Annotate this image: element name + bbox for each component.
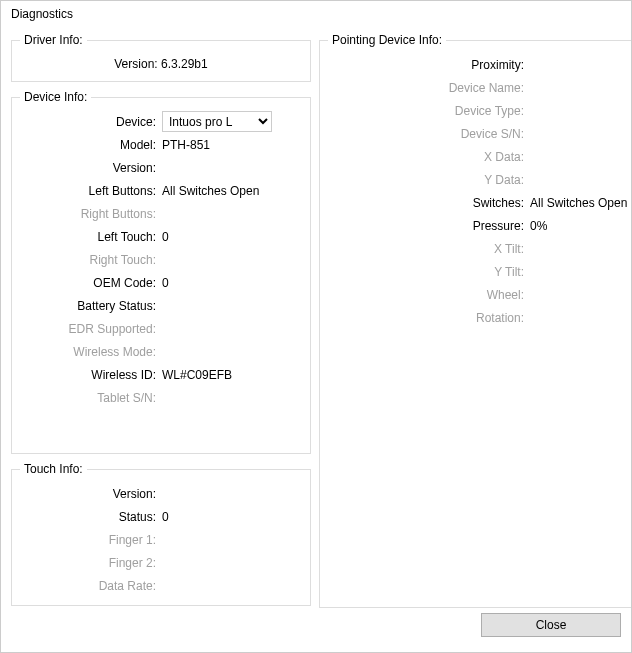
pdevice-name-row: Device Name: [328,76,627,99]
pointing-device-info-group: Pointing Device Info: Proximity: Device … [319,33,631,608]
device-version-row: Version: [20,156,302,179]
data-rate-label: Data Rate: [20,579,160,593]
rotation-row: Rotation: [328,306,627,329]
x-tilt-label: X Tilt: [328,242,528,256]
wireless-mode-row: Wireless Mode: [20,340,302,363]
pressure-row: Pressure: 0% [328,214,627,237]
right-buttons-row: Right Buttons: [20,202,302,225]
window-title: Diagnostics [1,1,631,29]
pressure-label: Pressure: [328,219,528,233]
device-select[interactable]: Intuos pro L [162,111,272,132]
right-column: Pointing Device Info: Proximity: Device … [319,33,631,608]
switches-row: Switches: All Switches Open [328,191,627,214]
wireless-id-value: WL#C09EFB [160,368,302,382]
driver-info-group: Driver Info: Version: 6.3.29b1 [11,33,311,82]
device-info-legend: Device Info: [20,90,91,104]
y-tilt-label: Y Tilt: [328,265,528,279]
driver-version-row: Version: 6.3.29b1 [20,53,302,73]
switches-label: Switches: [328,196,528,210]
left-column: Driver Info: Version: 6.3.29b1 Device In… [11,33,311,608]
oem-code-label: OEM Code: [20,276,160,290]
proximity-row: Proximity: [328,53,627,76]
wheel-row: Wheel: [328,283,627,306]
right-touch-label: Right Touch: [20,253,160,267]
x-tilt-row: X Tilt: [328,237,627,260]
pressure-value: 0% [528,219,627,233]
left-buttons-label: Left Buttons: [20,184,160,198]
oem-code-value: 0 [160,276,302,290]
wireless-mode-label: Wireless Mode: [20,345,160,359]
diagnostics-window: Diagnostics Driver Info: Version: 6.3.29… [0,0,632,653]
pointing-info-legend: Pointing Device Info: [328,33,446,47]
touch-info-group: Touch Info: Version: Status: 0 Finger 1:… [11,462,311,606]
pdevice-name-label: Device Name: [328,81,528,95]
touch-version-label: Version: [20,487,160,501]
right-touch-row: Right Touch: [20,248,302,271]
wireless-id-label: Wireless ID: [20,368,160,382]
left-touch-label: Left Touch: [20,230,160,244]
close-button[interactable]: Close [481,613,621,637]
left-buttons-value: All Switches Open [160,184,302,198]
rotation-label: Rotation: [328,311,528,325]
model-row: Model: PTH-851 [20,133,302,156]
touch-status-value: 0 [160,510,302,524]
switches-value: All Switches Open [528,196,627,210]
touch-status-label: Status: [20,510,160,524]
pdevice-sn-label: Device S/N: [328,127,528,141]
battery-status-row: Battery Status: [20,294,302,317]
x-data-label: X Data: [328,150,528,164]
tablet-sn-row: Tablet S/N: [20,386,302,409]
right-buttons-label: Right Buttons: [20,207,160,221]
finger1-row: Finger 1: [20,528,302,551]
edr-supported-row: EDR Supported: [20,317,302,340]
pdevice-type-label: Device Type: [328,104,528,118]
proximity-label: Proximity: [328,58,528,72]
device-label: Device: [20,115,160,129]
driver-version-value: 6.3.29b1 [161,57,208,71]
model-label: Model: [20,138,160,152]
touch-version-row: Version: [20,482,302,505]
y-data-row: Y Data: [328,168,627,191]
oem-code-row: OEM Code: 0 [20,271,302,294]
device-version-label: Version: [20,161,160,175]
y-tilt-row: Y Tilt: [328,260,627,283]
button-bar: Close [1,608,631,652]
left-buttons-row: Left Buttons: All Switches Open [20,179,302,202]
left-touch-value: 0 [160,230,302,244]
driver-info-legend: Driver Info: [20,33,87,47]
touch-info-legend: Touch Info: [20,462,87,476]
y-data-label: Y Data: [328,173,528,187]
tablet-sn-label: Tablet S/N: [20,391,160,405]
pdevice-sn-row: Device S/N: [328,122,627,145]
edr-supported-label: EDR Supported: [20,322,160,336]
wheel-label: Wheel: [328,288,528,302]
pdevice-type-row: Device Type: [328,99,627,122]
driver-version-label: Version: [114,57,157,71]
device-info-group: Device Info: Device: Intuos pro L Model:… [11,90,311,454]
data-rate-row: Data Rate: [20,574,302,597]
touch-status-row: Status: 0 [20,505,302,528]
wireless-id-row: Wireless ID: WL#C09EFB [20,363,302,386]
device-row: Device: Intuos pro L [20,110,302,133]
finger2-row: Finger 2: [20,551,302,574]
battery-status-label: Battery Status: [20,299,160,313]
x-data-row: X Data: [328,145,627,168]
model-value: PTH-851 [160,138,302,152]
left-touch-row: Left Touch: 0 [20,225,302,248]
content-area: Driver Info: Version: 6.3.29b1 Device In… [1,29,631,608]
finger1-label: Finger 1: [20,533,160,547]
finger2-label: Finger 2: [20,556,160,570]
